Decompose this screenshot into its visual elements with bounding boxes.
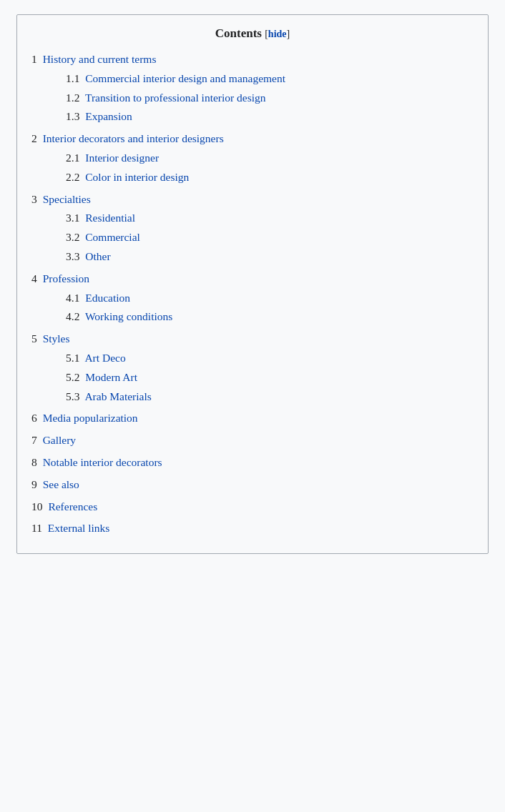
list-item: 6 Media popularization [31,410,474,427]
toc-item-num: 4 [31,272,37,284]
toc-item-num: 5.1 [66,352,79,364]
toc-item-num: 1 [31,53,37,65]
list-item: 4.1 Education [66,289,474,307]
toc-box: Contents [hide] 1 History and current te… [16,14,489,554]
toc-item-num: 9 [31,478,37,490]
toc-item-link[interactable]: External links [48,522,110,534]
toc-item-num: 2 [31,132,37,144]
toc-item-link[interactable]: Education [85,292,130,304]
toc-item-num: 3.1 [66,212,79,224]
list-item: 2.1 Interior designer [66,149,474,167]
toc-item-num: 4.2 [66,310,79,322]
toc-item-num: 3.3 [66,250,79,262]
list-item: 8 Notable interior decorators [31,454,474,472]
toc-item-num: 1.3 [66,110,79,122]
list-item: 2 Interior decorators and interior desig… [31,130,474,148]
toc-item-link[interactable]: Gallery [43,434,76,446]
list-item: 10 References [31,498,474,516]
toc-item-link[interactable]: Commercial [85,231,140,243]
list-item: 4.2 Working conditions [66,308,474,326]
toc-item-num: 4.1 [66,292,79,304]
toc-item-link[interactable]: See also [43,478,79,490]
list-item: 11 External links [31,520,474,538]
list-item: 5.1 Art Deco [66,350,474,367]
toc-item-link[interactable]: Color in interior design [85,171,189,183]
toc-item-num: 1.1 [66,72,79,84]
toc-item-link[interactable]: Transition to professional interior desi… [85,91,266,104]
toc-item-num: 3.2 [66,231,79,243]
toc-item-link[interactable]: Arab Materials [84,390,151,402]
toc-item-num: 5.2 [66,371,79,383]
toc-hide-link[interactable]: hide [268,29,287,39]
toc-item-num: 11 [31,522,42,534]
list-item: 1.3 Expansion [66,108,474,126]
toc-item-link[interactable]: Profession [43,272,89,284]
list-item: 3.3 Other [66,248,474,266]
list-item: 1.2 Transition to professional interior … [66,89,474,107]
list-item: 3.1 Residential [66,209,474,227]
toc-item-link[interactable]: Expansion [85,110,132,122]
toc-item-link[interactable]: Modern Art [85,371,137,383]
list-item: 5 Styles [31,330,474,348]
toc-item-num: 5 [31,332,37,345]
toc-item-num: 3 [31,193,37,205]
toc-item-link[interactable]: Styles [43,332,70,345]
toc-item-link[interactable]: Working conditions [85,310,172,322]
list-item: 3.2 Commercial [66,229,474,247]
toc-item-link[interactable]: Residential [85,212,135,224]
toc-item-num: 8 [31,456,37,468]
toc-item-num: 2.1 [66,152,79,164]
toc-item-num: 7 [31,434,37,446]
toc-item-link[interactable]: Other [85,250,110,262]
toc-item-num: 1.2 [66,91,79,104]
toc-item-link[interactable]: Media popularization [43,412,138,424]
toc-item-num: 5.3 [66,390,79,402]
toc-title-text: Contents [215,26,262,40]
toc-item-link[interactable]: Interior designer [85,152,159,164]
toc-item-num: 2.2 [66,171,79,183]
toc-title: Contents [hide] [31,26,474,41]
list-item: 1 History and current terms [31,51,474,69]
toc-item-num: 10 [31,500,43,513]
toc-list: 1 History and current terms1.1 Commercia… [31,51,474,538]
toc-item-link[interactable]: Notable interior decorators [43,456,162,468]
list-item: 1.1 Commercial interior design and manag… [66,70,474,88]
list-item: 9 See also [31,476,474,494]
toc-bracket-close: ] [287,29,290,39]
toc-item-link[interactable]: Art Deco [84,352,125,364]
list-item: 7 Gallery [31,432,474,450]
toc-item-link[interactable]: References [48,500,97,513]
list-item: 5.3 Arab Materials [66,388,474,406]
toc-item-num: 6 [31,412,37,424]
list-item: 3 Specialties [31,191,474,209]
toc-item-link[interactable]: History and current terms [43,53,157,65]
list-item: 2.2 Color in interior design [66,169,474,187]
toc-item-link[interactable]: Commercial interior design and managemen… [85,72,285,84]
toc-item-link[interactable]: Specialties [43,193,91,205]
toc-item-link[interactable]: Interior decorators and interior designe… [43,132,224,144]
list-item: 4 Profession [31,270,474,288]
list-item: 5.2 Modern Art [66,369,474,387]
